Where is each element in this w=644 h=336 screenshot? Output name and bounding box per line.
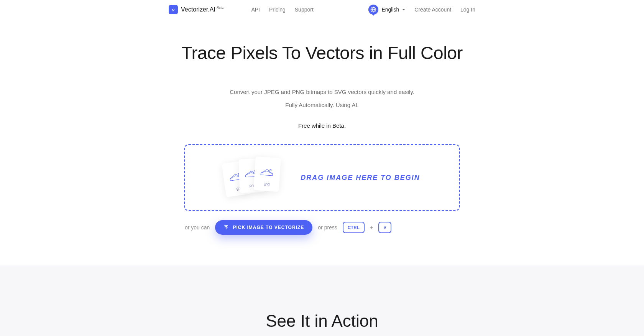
hero-free-notice: Free while in Beta. bbox=[8, 122, 636, 129]
chevron-down-icon bbox=[402, 9, 405, 10]
brand-name: Vectorizer.AIBeta bbox=[181, 6, 224, 13]
see-it-in-action-section: See It in Action bbox=[0, 265, 644, 336]
dropzone-label: DRAG IMAGE HERE TO BEGIN bbox=[301, 174, 420, 182]
file-cards-illustration: .gif .png .jpg bbox=[224, 156, 281, 199]
create-account-link[interactable]: Create Account bbox=[414, 7, 451, 13]
pick-image-button[interactable]: PICK IMAGE TO VECTORIZE bbox=[215, 220, 312, 235]
header-right: English Create Account Log In bbox=[368, 5, 475, 15]
hero-section: Trace Pixels To Vectors in Full Color Co… bbox=[0, 19, 644, 265]
section2-title: See It in Action bbox=[8, 311, 636, 331]
file-card-jpg: .jpg bbox=[253, 156, 281, 192]
or-you-can-label: or you can bbox=[185, 224, 210, 231]
language-selector[interactable]: English bbox=[368, 5, 405, 15]
nav-pricing[interactable]: Pricing bbox=[269, 7, 286, 13]
or-press-label: or press bbox=[318, 224, 337, 231]
nav-api[interactable]: API bbox=[251, 7, 260, 13]
beta-badge: Beta bbox=[217, 6, 225, 10]
nav-support[interactable]: Support bbox=[295, 7, 314, 13]
log-in-link[interactable]: Log In bbox=[460, 7, 475, 13]
dropzone[interactable]: .gif .png .jpg DRAG IMAGE HERE TO BEGI bbox=[184, 144, 460, 211]
header: v Vectorizer.AIBeta API Pricing Support … bbox=[77, 0, 567, 19]
upload-icon bbox=[223, 225, 229, 230]
svg-point-4 bbox=[270, 169, 271, 171]
hero-subtitle: Convert your JPEG and PNG bitmaps to SVG… bbox=[8, 86, 636, 111]
alternative-actions: or you can PICK IMAGE TO VECTORIZE or pr… bbox=[184, 220, 460, 235]
language-label: English bbox=[381, 7, 399, 13]
image-outline-icon bbox=[260, 165, 276, 178]
page-title: Trace Pixels To Vectors in Full Color bbox=[8, 42, 636, 63]
globe-icon bbox=[368, 5, 378, 15]
brand-logo[interactable]: v Vectorizer.AIBeta bbox=[169, 5, 224, 14]
nav-links: API Pricing Support bbox=[251, 7, 313, 13]
kbd-v: V bbox=[378, 222, 391, 233]
logo-icon: v bbox=[169, 5, 178, 14]
plus-label: + bbox=[370, 224, 373, 231]
kbd-ctrl: CTRL bbox=[343, 222, 365, 233]
